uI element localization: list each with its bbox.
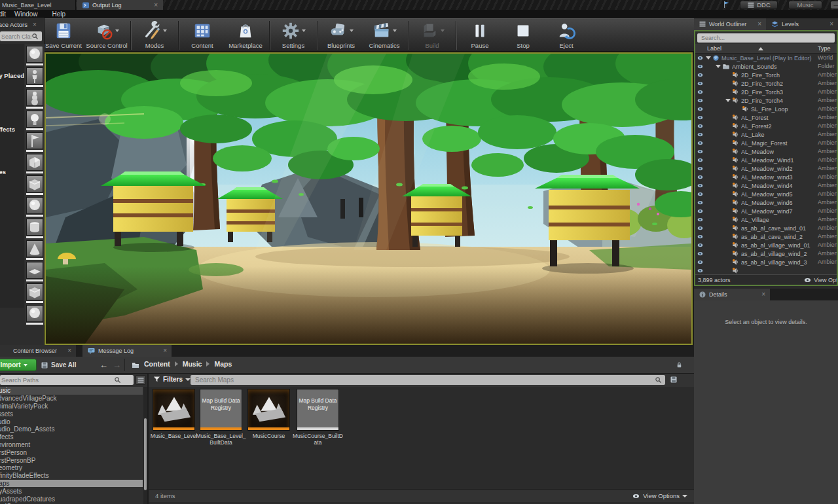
search-maps-input[interactable]	[194, 376, 655, 384]
toolbar-button-save-current[interactable]: Save Current	[42, 20, 85, 50]
folder-item-infinitybladeeffects[interactable]: InfinityBladeEffects	[0, 472, 143, 480]
toolbar-button-modes[interactable]: Modes	[133, 20, 176, 50]
placeable-snowman-thumbnail[interactable]	[26, 89, 43, 109]
place-actors-search[interactable]	[0, 31, 42, 41]
placeable-figure-thumbnail[interactable]	[26, 67, 43, 87]
source-control-flag-icon[interactable]	[723, 1, 731, 9]
toolbar-button-content[interactable]: Content	[181, 20, 224, 50]
outliner-row[interactable]: SL_Fire_LoopAmbientSound	[695, 105, 837, 113]
outliner-row[interactable]: AL_Forest2AmbientSound	[695, 122, 837, 130]
sources-search[interactable]	[0, 375, 134, 385]
asset-tile-music-base-level[interactable]: Music_Base_Level	[153, 389, 195, 439]
toolbar-button-eject[interactable]: Eject	[545, 20, 588, 50]
breadcrumb-maps[interactable]: Maps	[214, 360, 232, 368]
placeable-box-thumbnail[interactable]	[26, 283, 43, 303]
placeable-plane-thumbnail[interactable]	[26, 262, 43, 281]
visibility-eye-icon[interactable]	[695, 157, 704, 163]
outliner-row[interactable]: AL_Meadow_wind2AmbientSound	[695, 164, 837, 173]
outliner-column-header[interactable]: Label Type	[695, 44, 837, 54]
visibility-eye-icon[interactable]	[695, 174, 704, 180]
asset-tile-musiccourse-builtdata[interactable]: Map Build Data RegistryMusicCourse_Built…	[297, 389, 339, 446]
folder-item-effects[interactable]: Effects	[0, 433, 143, 441]
visibility-eye-icon[interactable]	[695, 55, 704, 61]
folder-item-assets[interactable]: Assets	[0, 410, 143, 418]
outliner-row[interactable]: AL_Meadow_wind7AmbientSound	[695, 207, 837, 215]
outliner-row[interactable]: as_ab_al_village_wind_2AmbientSound	[695, 249, 837, 258]
breadcrumb-music[interactable]: Music	[183, 360, 202, 368]
tab-details[interactable]: Details ×	[694, 289, 770, 300]
close-icon[interactable]: ×	[67, 348, 71, 354]
visibility-eye-icon[interactable]	[695, 217, 704, 223]
visibility-eye-icon[interactable]	[695, 183, 704, 189]
folder-item-audio-demo-assets[interactable]: Audio_Demo_Assets	[0, 425, 143, 433]
outliner-row[interactable]: as_ab_al_cave_wind_2AmbientSound	[695, 232, 837, 241]
menu-window[interactable]: Window	[7, 10, 45, 18]
outliner-view-options-button[interactable]: View Options	[803, 277, 837, 283]
visibility-eye-icon[interactable]	[695, 140, 704, 146]
visibility-eye-icon[interactable]	[695, 208, 704, 214]
folder-item-maps[interactable]: Maps	[0, 480, 143, 488]
project-title-button[interactable]: Music	[788, 1, 822, 9]
expander-icon[interactable]	[725, 99, 731, 102]
expander-icon[interactable]	[716, 65, 721, 68]
visibility-eye-icon[interactable]	[695, 89, 704, 95]
close-icon[interactable]: ×	[829, 21, 833, 27]
visibility-eye-icon[interactable]	[695, 106, 704, 112]
outliner-search[interactable]	[697, 33, 835, 43]
outliner-row[interactable]: Ambient_SoundsFolder	[695, 62, 837, 71]
visibility-eye-icon[interactable]	[695, 191, 704, 197]
visibility-eye-icon[interactable]	[695, 149, 704, 154]
close-icon[interactable]: ×	[761, 291, 765, 298]
visibility-eye-icon[interactable]	[695, 81, 704, 86]
visibility-eye-icon[interactable]	[695, 166, 704, 171]
placeable-sphere-thumbnail[interactable]	[26, 305, 43, 325]
visibility-eye-icon[interactable]	[695, 234, 704, 240]
visibility-eye-icon[interactable]	[695, 268, 704, 274]
visibility-eye-icon[interactable]	[695, 115, 704, 120]
outliner-row[interactable]: AL_MeadowAmbientSound	[695, 147, 837, 156]
type-column-header[interactable]: Type	[818, 45, 831, 52]
tab-levels[interactable]: Levels ×	[766, 18, 838, 30]
visibility-eye-icon[interactable]	[695, 242, 704, 248]
filters-button[interactable]: Filters	[153, 376, 191, 383]
save-search-icon[interactable]	[670, 376, 678, 384]
folder-item-environment[interactable]: Environment	[0, 441, 143, 449]
asset-tile-musiccourse[interactable]: MusicCourse	[247, 389, 290, 439]
outliner-row[interactable]: as_ab_al_village_wind_3AmbientSound	[695, 258, 837, 266]
folder-item-advancedvillagepack[interactable]: AdvancedVillagePack	[0, 395, 143, 403]
outliner-row[interactable]: AL_Meadow_wind5AmbientSound	[695, 190, 837, 198]
minimize-button[interactable]: —	[830, 1, 838, 9]
close-icon[interactable]: ×	[163, 348, 167, 354]
folder-item-firstperson[interactable]: FirstPerson	[0, 448, 143, 456]
outliner-row[interactable]: AL_Magic_ForestAmbientSound	[695, 139, 837, 147]
close-icon[interactable]: ×	[757, 21, 761, 27]
expander-icon[interactable]	[706, 56, 711, 60]
visibility-eye-icon[interactable]	[695, 259, 704, 265]
label-column-header[interactable]: Label	[707, 45, 721, 52]
place-category-recently-placed[interactable]: Recently Placed	[0, 72, 24, 79]
outliner-row[interactable]: 2D_Fire_Torch4AmbientSound	[695, 96, 837, 105]
outliner-row[interactable]: Music_Base_Level (Play In Editor)World	[695, 54, 837, 62]
outliner-row[interactable]: AL_Meadow_wind6AmbientSound	[695, 198, 837, 207]
folder-item-firstpersonbp[interactable]: FirstPersonBP	[0, 456, 143, 464]
toolbar-button-marketplace[interactable]: Marketplace	[224, 20, 267, 50]
tab-music-base-level[interactable]: Music_Base_Level	[0, 0, 76, 10]
folder-item-geometry[interactable]: Geometry	[0, 464, 143, 472]
sources-scrollbar[interactable]	[143, 387, 147, 504]
outliner-row[interactable]	[695, 266, 837, 274]
outliner-row[interactable]: 2D_Fire_TorchAmbientSound	[695, 71, 837, 79]
outliner-row[interactable]: as_ab_al_cave_wind_01AmbientSound	[695, 224, 837, 232]
outliner-search-input[interactable]	[700, 34, 832, 42]
folder-item-myassets[interactable]: MyAssets	[0, 487, 143, 495]
toolbar-button-build[interactable]: Build	[410, 20, 454, 50]
close-icon[interactable]: ×	[154, 2, 158, 9]
back-button[interactable]: ←	[100, 360, 108, 370]
import-button[interactable]: Import	[0, 359, 37, 371]
search-classes-input[interactable]	[0, 33, 31, 40]
toolbar-button-settings[interactable]: Settings	[272, 20, 315, 50]
scrollbar-thumb[interactable]	[144, 418, 147, 490]
toolbar-button-stop[interactable]: Stop	[501, 20, 545, 50]
placeable-box-thumbnail[interactable]	[26, 175, 43, 195]
close-icon[interactable]: ×	[33, 22, 37, 28]
asset-search[interactable]	[191, 375, 665, 385]
